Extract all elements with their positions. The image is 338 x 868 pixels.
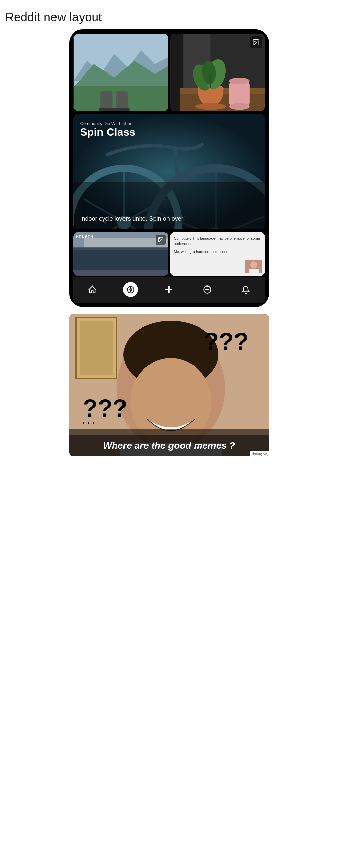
svg-rect-6 [99,108,114,111]
watermark: iFunny.co [250,451,269,456]
page-title-section: Reddit new layout [0,0,338,29]
meme-warning-text: Computer: This language may be offensive… [174,236,261,247]
svg-point-22 [229,103,249,110]
meme-card-content: Computer: This language may be offensive… [170,232,265,276]
top-image-grid [69,29,269,113]
meme-face: ??? ??? • • • Where are the good memes ? [69,314,269,456]
meme-image-container: ??? ??? • • • Where are the good memes ?… [69,314,269,456]
meme-body-text: Me, writing a hardcore sex scene: [174,249,261,254]
svg-marker-49 [130,288,132,290]
svg-rect-47 [249,269,259,273]
svg-point-21 [229,78,249,84]
meme-card[interactable]: Computer: This language may be offensive… [170,232,265,276]
nav-discover[interactable] [123,282,138,297]
meme-caption: Where are the good memes ? [69,435,269,456]
nav-chat[interactable] [200,282,215,297]
phone-mockup: Community Die Wir Lieben Spin Class Indo… [69,29,269,307]
svg-point-46 [250,261,257,268]
spin-class-card[interactable]: Community Die Wir Lieben Spin Class Indo… [73,114,265,229]
nav-notifications[interactable] [238,282,253,297]
meme-thumbnail [245,260,262,273]
spin-top-text: Community Die Wir Lieben Spin Class [80,121,258,139]
building-card[interactable]: HEUSEN [73,232,168,276]
svg-marker-50 [130,290,132,292]
svg-point-54 [205,289,206,290]
spin-title: Spin Class [80,126,258,139]
gallery-icon-small [156,235,166,245]
plant-image[interactable] [170,34,265,111]
svg-point-44 [159,238,160,239]
svg-point-24 [254,41,255,42]
spin-background: Community Die Wir Lieben Spin Class Indo… [73,114,265,229]
svg-rect-41 [73,247,168,250]
svg-point-55 [207,289,207,290]
nav-post[interactable] [161,282,176,297]
svg-point-56 [208,289,209,290]
phone-area: Community Die Wir Lieben Spin Class Indo… [0,29,338,314]
question-mark-bottom-left: ??? • • • [83,396,128,426]
bottom-nav-bar [73,277,265,303]
gallery-icon [250,36,262,48]
svg-rect-20 [229,81,249,106]
svg-point-15 [195,103,226,110]
mountain-image[interactable] [73,34,168,111]
bottom-grid: HEUSEN Computer: This language may be of… [69,231,269,276]
mountain-scene [73,34,168,111]
question-mark-top: ??? [204,327,249,355]
page-title: Reddit new layout [5,10,333,24]
meme-section: ??? ??? • • • Where are the good memes ?… [0,314,338,463]
community-label: Community Die Wir Lieben [80,121,258,126]
svg-rect-7 [114,108,129,111]
svg-line-19 [210,74,210,88]
svg-rect-59 [80,321,113,375]
brand-label: HEUSEN [76,235,94,239]
svg-rect-42 [73,270,168,276]
spin-overlay: Community Die Wir Lieben Spin Class Indo… [73,114,265,229]
nav-home[interactable] [85,282,100,297]
spin-description: Indoor cycle lovers unite. Spin on over! [80,215,258,223]
